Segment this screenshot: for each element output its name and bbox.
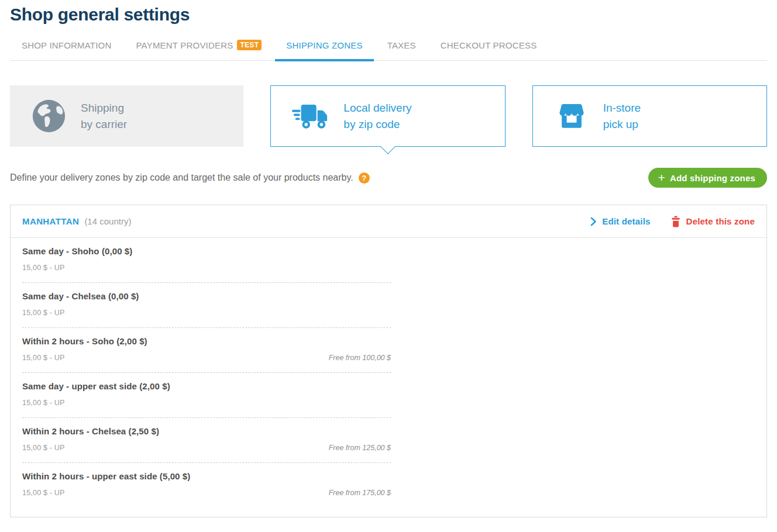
tab-label: PAYMENT PROVIDERS (136, 40, 233, 50)
card-label-line1: Local delivery (343, 102, 411, 114)
shop-general-settings-page: Shop general settings SHOP INFORMATION P… (0, 5, 777, 532)
rate-free-from: Free from 175,00 $ (329, 489, 391, 497)
rate-sub: 15,00 $ - UP (22, 399, 391, 407)
zone-description-row: Define your delivery zones by zip code a… (10, 168, 767, 188)
card-label-line2: pick up (603, 118, 638, 130)
card-label-line2: by carrier (81, 118, 127, 130)
rate-sub: 15,00 $ - UP Free from 175,00 $ (22, 489, 391, 497)
tab-label: SHOP INFORMATION (22, 40, 112, 50)
rate-row: Within 2 hours - Soho (2,00 $) 15,00 $ -… (22, 328, 391, 373)
rate-row: Within 2 hours - Chelsea (2,50 $) 15,00 … (22, 418, 391, 463)
tab-shop-information[interactable]: SHOP INFORMATION (11, 40, 123, 60)
card-label: In-store pick up (603, 100, 641, 133)
rate-sub: 15,00 $ - UP (22, 309, 391, 317)
zone-title: MANHATTAN (14 country) (22, 216, 131, 226)
zone-header: MANHATTAN (14 country) Edit details (11, 205, 766, 238)
help-icon[interactable]: ? (359, 172, 370, 184)
shipping-by-carrier-card[interactable]: Shipping by carrier (10, 85, 243, 147)
shipping-method-cards: Shipping by carrier Local delivery by zi… (10, 85, 767, 147)
tab-shipping-zones[interactable]: SHIPPING ZONES (275, 40, 373, 60)
delivery-truck-icon (292, 103, 329, 129)
rate-range: 15,00 $ - UP (22, 399, 65, 407)
delete-zone-label: Delete this zone (686, 216, 755, 226)
rate-title: Within 2 hours - upper east side (5,00 $… (22, 471, 391, 481)
card-label-line1: In-store (603, 102, 641, 114)
rate-range: 15,00 $ - UP (22, 264, 65, 272)
rate-free-from: Free from 100,00 $ (329, 354, 391, 362)
zone-description-text: Define your delivery zones by zip code a… (10, 172, 353, 183)
add-shipping-zones-button[interactable]: + Add shipping zones (648, 168, 767, 188)
rate-sub: 15,00 $ - UP (22, 264, 391, 272)
edit-details-link[interactable]: Edit details (590, 216, 650, 226)
rate-title: Same day - Shoho (0,00 $) (22, 246, 391, 256)
rate-row: Same day - upper east side (2,00 $) 15,0… (22, 373, 391, 418)
local-delivery-by-zip-code-card[interactable]: Local delivery by zip code (270, 85, 505, 147)
rate-title: Same day - Chelsea (0,00 $) (22, 291, 391, 301)
delivery-rates-list: Same day - Shoho (0,00 $) 15,00 $ - UP S… (22, 238, 755, 507)
trash-icon (671, 216, 681, 227)
rate-title: Within 2 hours - Soho (2,00 $) (22, 336, 391, 346)
zone-name: MANHATTAN (22, 216, 79, 226)
delete-zone-link[interactable]: Delete this zone (671, 216, 755, 227)
rate-row: Same day - Shoho (0,00 $) 15,00 $ - UP (22, 238, 391, 283)
tab-payment-providers[interactable]: PAYMENT PROVIDERS TEST (125, 40, 273, 60)
rate-range: 15,00 $ - UP (22, 444, 65, 452)
plus-icon: + (658, 171, 665, 184)
rate-row: Within 2 hours - upper east side (5,00 $… (22, 463, 391, 507)
rate-sub: 15,00 $ - UP Free from 100,00 $ (22, 354, 391, 362)
test-badge: TEST (237, 40, 262, 50)
add-shipping-zones-label: Add shipping zones (670, 173, 755, 183)
card-label: Shipping by carrier (81, 100, 127, 133)
chevron-right-icon (590, 217, 597, 226)
rate-row: Same day - Chelsea (0,00 $) 15,00 $ - UP (22, 283, 391, 328)
rate-free-from: Free from 125,00 $ (329, 444, 391, 452)
tab-bar: SHOP INFORMATION PAYMENT PROVIDERS TEST … (11, 40, 767, 61)
rate-range: 15,00 $ - UP (22, 489, 65, 497)
tab-label: CHECKOUT PROCESS (441, 40, 537, 50)
tab-label: SHIPPING ZONES (286, 40, 362, 50)
tab-taxes[interactable]: TAXES (376, 40, 427, 60)
tab-checkout-process[interactable]: CHECKOUT PROCESS (429, 40, 548, 60)
in-store-pick-up-card[interactable]: In-store pick up (532, 85, 767, 147)
zone-actions: Edit details Delete this zone (590, 216, 755, 227)
storefront-icon (554, 101, 589, 131)
rate-title: Same day - upper east side (2,00 $) (22, 381, 391, 391)
rate-sub: 15,00 $ - UP Free from 125,00 $ (22, 444, 391, 452)
zone-description: Define your delivery zones by zip code a… (10, 172, 370, 184)
card-label: Local delivery by zip code (343, 100, 411, 133)
shipping-zone-panel: MANHATTAN (14 country) Edit details (10, 205, 767, 517)
zone-country-count: (14 country) (84, 216, 131, 226)
card-label-line2: by zip code (343, 118, 400, 130)
globe-icon (31, 98, 67, 134)
selection-pointer-icon (380, 139, 395, 154)
rate-title: Within 2 hours - Chelsea (2,50 $) (22, 426, 391, 436)
rate-range: 15,00 $ - UP (22, 309, 65, 317)
page-title: Shop general settings (10, 5, 767, 25)
rate-range: 15,00 $ - UP (22, 354, 65, 362)
tab-label: TAXES (387, 40, 416, 50)
edit-details-label: Edit details (602, 216, 650, 226)
card-label-line1: Shipping (81, 102, 124, 114)
